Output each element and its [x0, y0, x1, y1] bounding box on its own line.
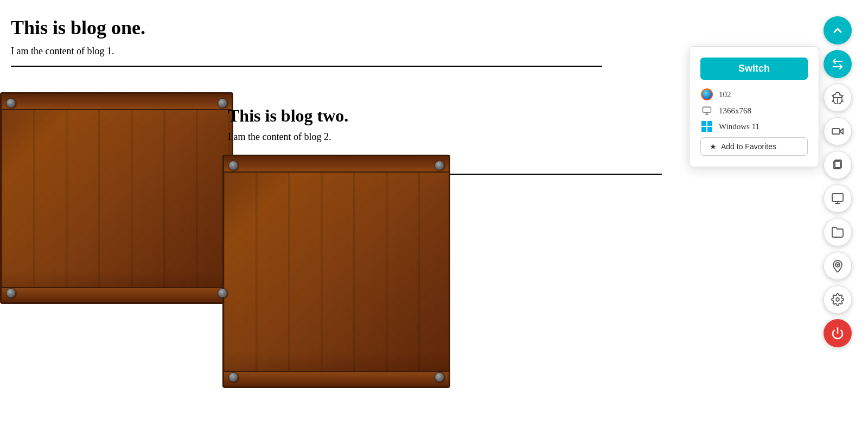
switch-action-button[interactable]: Switch [700, 58, 808, 80]
bolt [228, 372, 238, 382]
tool-buttons-panel [824, 16, 852, 347]
os-value: Windows 11 [719, 122, 760, 131]
blog-two-section: This is blog two. I am the content of bl… [228, 106, 608, 143]
video-icon [831, 125, 844, 138]
resolution-value: 1366x768 [719, 106, 751, 116]
divider-one [11, 66, 602, 67]
firefox-icon-area [700, 88, 713, 100]
monitor-icon [831, 192, 844, 205]
pages-button[interactable] [824, 151, 852, 179]
settings-button[interactable] [824, 285, 852, 314]
svg-rect-9 [832, 194, 843, 201]
svg-point-14 [836, 298, 839, 301]
browser-version: 102 [719, 90, 731, 99]
bug-icon [831, 91, 844, 104]
bolt [218, 98, 227, 108]
crate-two [222, 155, 450, 388]
svg-point-13 [837, 264, 838, 265]
power-icon [831, 327, 844, 340]
os-info-item: Windows 11 [700, 121, 808, 132]
windows-icon [701, 121, 712, 132]
svg-rect-16 [703, 107, 711, 112]
blog-two-title: This is blog two. [228, 106, 608, 126]
resolution-info-item: 1366x768 [700, 106, 808, 116]
browser-info-item: 102 [700, 88, 808, 100]
add-favorites-label: Add to Favorites [721, 142, 776, 151]
bolt [228, 161, 238, 170]
chevron-up-icon [831, 24, 844, 37]
folder-button[interactable] [824, 218, 852, 246]
location-icon [831, 259, 844, 272]
bug-button[interactable] [824, 84, 852, 112]
crate-one [0, 92, 233, 304]
monitor-icon-area [700, 106, 713, 116]
firefox-icon [701, 88, 713, 100]
bolt [6, 98, 16, 108]
windows-icon-area [700, 121, 713, 132]
star-icon: ★ [710, 142, 717, 151]
bolt [435, 161, 444, 170]
switch-icon [831, 58, 844, 71]
blog-one-content: I am the content of blog 1. [11, 46, 602, 57]
power-button[interactable] [824, 319, 852, 347]
blog-two-content: I am the content of blog 2. [228, 131, 608, 143]
bolt [6, 288, 16, 298]
bolt [435, 372, 444, 382]
popup-panel: Switch 102 1366x768 Windows 11 ★ Add to … [689, 46, 819, 167]
bolt [218, 288, 227, 298]
crate-image-one [0, 92, 233, 304]
add-to-favorites-button[interactable]: ★ Add to Favorites [700, 137, 808, 156]
settings-icon [831, 293, 844, 306]
pages-icon [831, 158, 844, 171]
blog-one-section: This is blog one. I am the content of bl… [0, 0, 613, 78]
monitor-button[interactable] [824, 184, 852, 213]
svg-rect-5 [832, 129, 840, 134]
chevron-up-button[interactable] [824, 16, 852, 44]
monitor-info-icon [702, 106, 712, 116]
crate-image-two [222, 155, 450, 388]
switch-button[interactable] [824, 50, 852, 78]
blog-area: This is blog one. I am the content of bl… [0, 0, 613, 439]
folder-icon [831, 226, 844, 239]
svg-marker-6 [840, 129, 843, 134]
video-button[interactable] [824, 117, 852, 145]
blog-one-title: This is blog one. [11, 16, 602, 39]
location-button[interactable] [824, 252, 852, 280]
